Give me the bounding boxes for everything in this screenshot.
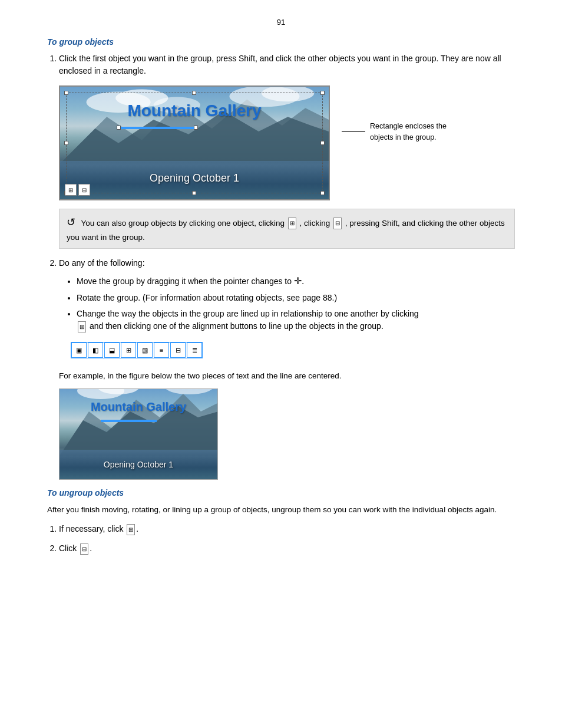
svg-point-11 <box>164 388 214 394</box>
slide-title-2: Mountain Gallery <box>59 398 217 416</box>
handle-tl <box>64 91 68 95</box>
group-inline-icon-2: ⊞ <box>78 321 86 332</box>
annotation-line1: Rectangle encloses the <box>370 122 447 130</box>
bullet-align-text: Change the way the objects in the group … <box>77 309 419 318</box>
slide-image-2: Mountain Gallery Opening October 1 <box>59 388 218 480</box>
slide-image-1: Mountain Gallery Opening October 1 <box>59 85 330 200</box>
group-icon: ⊞ <box>65 184 77 196</box>
step-1: Click the first object you want in the g… <box>59 52 515 249</box>
main-steps-list: Click the first object you want in the g… <box>47 52 515 480</box>
handle-ml <box>64 141 68 145</box>
figure-annotation: Rectangle encloses the objects in the gr… <box>342 85 447 143</box>
section2-heading: To ungroup objects <box>47 488 515 498</box>
selection-rectangle <box>66 93 323 193</box>
step2-text: Do any of the following: <box>59 258 145 268</box>
section1-heading: To group objects <box>47 37 515 47</box>
step1-text: Click the first object you want in the g… <box>59 54 501 75</box>
align-btn-8[interactable]: ≣ <box>187 342 202 358</box>
tip-box: ↺ You can also group objects by clicking… <box>59 209 515 249</box>
slide-line-2 <box>101 420 157 422</box>
section2-step1-text: If necessary, click <box>59 524 123 533</box>
tip-text-middle: , clicking <box>300 219 330 228</box>
bullet-move-text: Move the group by dragging it when the p… <box>77 276 292 286</box>
alignment-buttons-bar[interactable]: ▣ ◧ ⬓ ⊞ ▧ ≡ ⊟ ≣ <box>71 342 203 358</box>
handle-tc <box>192 91 196 95</box>
align-icon: ⊟ <box>78 184 90 196</box>
align-btn-7[interactable]: ⊟ <box>170 342 186 358</box>
corner-icons: ⊞ ⊟ <box>65 184 90 196</box>
ungroup-inline-icon: ⊟ <box>333 218 342 229</box>
tip-text-before: You can also group objects by clicking o… <box>81 219 285 228</box>
handle-bc <box>192 191 196 195</box>
slide-subtitle-2: Opening October 1 <box>59 459 217 471</box>
move-cursor-icon: ✛. <box>294 276 304 286</box>
bullet-rotate: Rotate the group. (For information about… <box>77 292 515 304</box>
align-btn-4[interactable]: ⊞ <box>121 342 136 358</box>
section2-step2: Click ⊟. <box>59 542 515 555</box>
align-btn-6[interactable]: ≡ <box>154 342 169 358</box>
example-text: For example, in the figure below the two… <box>59 370 515 382</box>
step2-bullets: Move the group by dragging it when the p… <box>59 274 515 332</box>
bullet-rotate-text: Rotate the group. (For information about… <box>77 293 337 302</box>
section2-intro: After you finish moving, rotating, or li… <box>47 503 515 516</box>
align-btn-3[interactable]: ⬓ <box>104 342 120 358</box>
figure-1-container: Mountain Gallery Opening October 1 <box>59 85 515 200</box>
section2-steps: If necessary, click ⊞. Click ⊟. <box>47 523 515 555</box>
align-btn-2[interactable]: ◧ <box>88 342 103 358</box>
section2-step1: If necessary, click ⊞. <box>59 523 515 535</box>
bullet-move: Move the group by dragging it when the p… <box>77 274 515 288</box>
ungroup-icon-s2: ⊟ <box>80 543 88 555</box>
annotation-line2: objects in the group. <box>370 133 437 141</box>
handle-br <box>320 191 325 195</box>
bullet-align-cont: and then clicking one of the alignment b… <box>90 321 384 331</box>
align-btn-5[interactable]: ▧ <box>137 342 153 358</box>
handle-mr <box>320 141 325 145</box>
tip-arrow-icon: ↺ <box>67 216 75 228</box>
bullet-align: Change the way the objects in the group … <box>77 308 515 332</box>
align-btn-1[interactable]: ▣ <box>71 342 87 358</box>
group-inline-icon: ⊞ <box>288 218 296 229</box>
page-number: 91 <box>47 18 515 27</box>
group-icon-s2: ⊞ <box>127 524 135 535</box>
step-2: Do any of the following: Move the group … <box>59 257 515 479</box>
handle-tr <box>320 91 325 95</box>
section2-step2-text: Click <box>59 543 77 553</box>
